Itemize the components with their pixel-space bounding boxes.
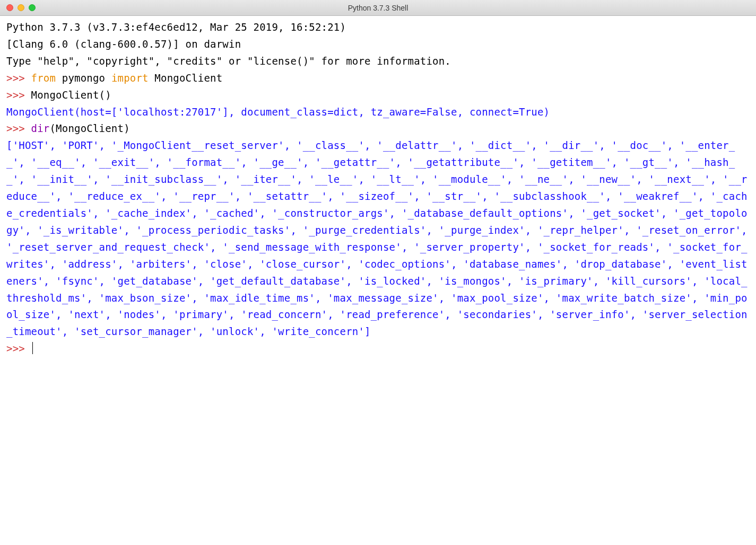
module-name: pymongo: [56, 72, 111, 84]
text-cursor-icon: [32, 342, 33, 354]
builtin-dir: dir: [31, 122, 50, 134]
keyword-from: from: [31, 72, 56, 84]
call-expr: MongoClient(): [31, 89, 111, 101]
prompt: >>>: [6, 72, 31, 84]
output-line: MongoClient(host=['localhost:27017'], do…: [6, 106, 550, 118]
shell-output[interactable]: Python 3.7.3 (v3.7.3:ef4ec6ed12, Mar 25 …: [0, 16, 756, 361]
banner-line: Python 3.7.3 (v3.7.3:ef4ec6ed12, Mar 25 …: [6, 21, 352, 33]
import-target: MongoClient: [149, 72, 223, 84]
prompt: >>>: [6, 342, 31, 354]
prompt: >>>: [6, 122, 31, 134]
maximize-icon[interactable]: [29, 4, 36, 11]
banner-line: [Clang 6.0 (clang-600.0.57)] on darwin: [6, 38, 241, 50]
window-titlebar: Python 3.7.3 Shell: [0, 0, 756, 16]
prompt: >>>: [6, 89, 31, 101]
close-icon[interactable]: [6, 4, 13, 11]
keyword-import: import: [111, 72, 149, 84]
window-controls: [0, 4, 36, 11]
minimize-icon[interactable]: [18, 4, 24, 11]
call-arg: (MongoClient): [49, 122, 129, 134]
output-line: ['HOST', 'PORT', '_MongoClient__reset_se…: [6, 139, 753, 337]
banner-line: Type "help", "copyright", "credits" or "…: [6, 55, 451, 67]
window-title: Python 3.7.3 Shell: [0, 4, 756, 12]
